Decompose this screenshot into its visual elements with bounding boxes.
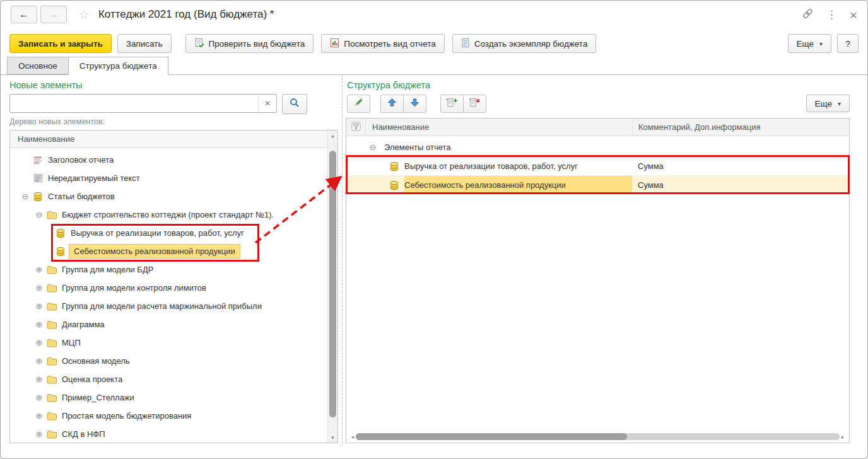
chevron-down-icon: ▾ bbox=[819, 40, 823, 47]
expander-collapsed-icon[interactable]: ⊕ bbox=[34, 429, 44, 439]
tree-rows: Заголовок отчета Нередактируемый текст ⊖… bbox=[10, 148, 327, 443]
search-row: ✕ bbox=[9, 94, 307, 113]
comment-column-header[interactable]: Комментарий, Доп.информация bbox=[633, 122, 849, 132]
back-arrow-icon: ← bbox=[19, 9, 29, 20]
folder-icon bbox=[46, 411, 57, 421]
structure-toolbar: Еще▾ bbox=[347, 94, 850, 113]
preview-report-view-button[interactable]: Посмотреть вид отчета bbox=[321, 34, 445, 53]
tree-item[interactable]: Выручка от реализации товаров, работ, ус… bbox=[10, 224, 327, 242]
expander-expanded-icon[interactable]: ⊖ bbox=[34, 210, 44, 219]
app-window: ← → ☆ Коттеджи 2021 год (Вид бюджета) * … bbox=[0, 0, 868, 459]
tree-item[interactable]: ⊕ Группа для модели контроля лимитов bbox=[10, 279, 327, 297]
check-budget-view-button[interactable]: Проверить вид бюджета bbox=[185, 34, 314, 53]
folder-icon bbox=[46, 338, 57, 348]
tree-item[interactable]: ⊕ Простая модель бюджетирования bbox=[10, 407, 327, 425]
expander-collapsed-icon[interactable]: ⊕ bbox=[34, 320, 44, 329]
table-row[interactable]: Выручка от реализации товаров, работ, ус… bbox=[346, 157, 849, 176]
menu-kebab-icon[interactable]: ⋮ bbox=[826, 8, 837, 21]
tree-item[interactable]: ⊕ Диаграмма bbox=[10, 315, 327, 334]
tab-strip: Основное Структура бюджета bbox=[1, 57, 867, 75]
table-row[interactable]: ⊖ Элементы отчета bbox=[346, 138, 849, 157]
filter-column-header[interactable] bbox=[346, 119, 366, 136]
horizontal-scrollbar[interactable]: ◂ ▸ bbox=[349, 433, 846, 441]
folder-icon bbox=[46, 265, 57, 275]
expander-expanded-icon[interactable]: ⊖ bbox=[368, 142, 378, 152]
folder-icon bbox=[46, 210, 57, 220]
link-icon[interactable] bbox=[802, 8, 814, 22]
expander-collapsed-icon[interactable]: ⊕ bbox=[34, 283, 44, 293]
delete-row-button[interactable] bbox=[463, 95, 486, 113]
folder-icon bbox=[46, 356, 57, 366]
static-text-icon bbox=[32, 173, 44, 183]
help-button[interactable]: ? bbox=[837, 34, 859, 53]
expander-collapsed-icon[interactable]: ⊕ bbox=[34, 393, 44, 402]
search-button[interactable] bbox=[282, 94, 307, 114]
structure-more-button[interactable]: Еще▾ bbox=[806, 95, 850, 112]
tab-budget-structure[interactable]: Структура бюджета bbox=[68, 57, 168, 75]
forward-button[interactable]: → bbox=[40, 6, 67, 23]
more-button[interactable]: Еще▾ bbox=[788, 34, 832, 53]
table-rows: ⊖ Элементы отчета Выручка от реализации … bbox=[346, 136, 849, 195]
search-input[interactable] bbox=[10, 95, 258, 112]
expander-collapsed-icon[interactable]: ⊕ bbox=[34, 375, 44, 384]
table-row-selected[interactable]: Себестоимость реализованной продукции Су… bbox=[346, 176, 849, 195]
scroll-left-icon[interactable]: ◂ bbox=[349, 434, 356, 440]
arrow-up-icon bbox=[387, 98, 397, 110]
folder-icon bbox=[46, 301, 57, 311]
expander-collapsed-icon[interactable]: ⊕ bbox=[34, 265, 44, 274]
expander-collapsed-icon[interactable]: ⊕ bbox=[34, 338, 44, 347]
move-down-button[interactable] bbox=[403, 95, 426, 113]
arrow-down-icon bbox=[410, 98, 419, 110]
row-buttons-group bbox=[440, 95, 486, 113]
expander-expanded-icon[interactable]: ⊖ bbox=[20, 192, 30, 201]
tree-item[interactable]: ⊕ Пример_Стеллажи bbox=[10, 388, 327, 407]
tree-item[interactable]: Нередактируемый текст bbox=[10, 169, 327, 187]
form-content: Новые элементы ✕ Дерево новых элементов:… bbox=[1, 75, 867, 446]
scrollbar-thumb[interactable] bbox=[329, 151, 336, 417]
scroll-down-icon[interactable]: ▾ bbox=[328, 433, 337, 442]
tree-item[interactable]: ⊕ Оценка проекта bbox=[10, 370, 327, 388]
vertical-scrollbar[interactable]: ▴ ▾ bbox=[327, 131, 337, 443]
tree-column-header[interactable]: Наименование bbox=[10, 131, 327, 148]
back-button[interactable]: ← bbox=[11, 6, 37, 23]
tree-item[interactable]: ⊕ Группа для модели БДР bbox=[10, 260, 327, 279]
tree-item[interactable]: ⊕ Основная модель bbox=[10, 352, 327, 370]
budget-structure-heading: Структура бюджета bbox=[347, 80, 430, 90]
chevron-down-icon: ▾ bbox=[838, 100, 841, 107]
save-and-close-button[interactable]: Записать и закрыть bbox=[9, 34, 112, 53]
coins-icon bbox=[389, 180, 400, 190]
tree-item[interactable]: ⊖ Статьи бюджетов bbox=[10, 187, 327, 206]
favorite-star-icon[interactable]: ☆ bbox=[78, 7, 90, 22]
tree-caption: Дерево новых элементов: bbox=[9, 117, 105, 126]
search-field[interactable]: ✕ bbox=[9, 94, 277, 113]
tree-item[interactable]: Заголовок отчета bbox=[10, 151, 327, 169]
tree-item[interactable]: ⊕ МЦП bbox=[10, 334, 327, 352]
report-document-icon bbox=[330, 38, 339, 50]
clear-search-icon[interactable]: ✕ bbox=[258, 95, 276, 112]
scroll-right-icon[interactable]: ▸ bbox=[840, 434, 846, 440]
tab-main[interactable]: Основное bbox=[7, 57, 69, 74]
save-button[interactable]: Записать bbox=[117, 34, 172, 53]
move-up-button[interactable] bbox=[380, 95, 404, 113]
expander-collapsed-icon[interactable]: ⊕ bbox=[34, 411, 44, 421]
table-header-row: Наименование Комментарий, Доп.информация bbox=[346, 119, 849, 136]
funnel-icon bbox=[351, 122, 361, 133]
name-column-header[interactable]: Наименование bbox=[366, 119, 633, 136]
tree-item-selected[interactable]: Себестоимость реализованной продукции bbox=[10, 242, 327, 260]
tree-item[interactable]: ⊕ СКД в НФП bbox=[10, 425, 327, 443]
scroll-up-icon[interactable]: ▴ bbox=[328, 131, 337, 140]
tree-item[interactable]: ⊕ Группа для модели расчета маржинальной… bbox=[10, 297, 327, 315]
tree-item[interactable]: ⊖ Бюджет строительство коттеджи (проект … bbox=[10, 206, 327, 224]
add-row-button[interactable] bbox=[440, 95, 464, 113]
expander-collapsed-icon[interactable]: ⊕ bbox=[34, 356, 44, 366]
expander-collapsed-icon[interactable]: ⊕ bbox=[34, 301, 44, 311]
close-icon[interactable]: × bbox=[850, 8, 857, 21]
edit-button[interactable] bbox=[347, 95, 370, 113]
new-elements-tree: Наименование Заголовок отчета Нередактир… bbox=[9, 130, 338, 443]
folder-icon bbox=[46, 393, 57, 403]
scrollbar-thumb[interactable] bbox=[356, 433, 627, 440]
scrollbar-track[interactable] bbox=[356, 433, 840, 440]
new-elements-heading: Новые элементы bbox=[9, 80, 82, 90]
folder-icon bbox=[46, 375, 57, 385]
create-budget-instance-button[interactable]: Создать экземпляр бюджета bbox=[452, 34, 597, 53]
